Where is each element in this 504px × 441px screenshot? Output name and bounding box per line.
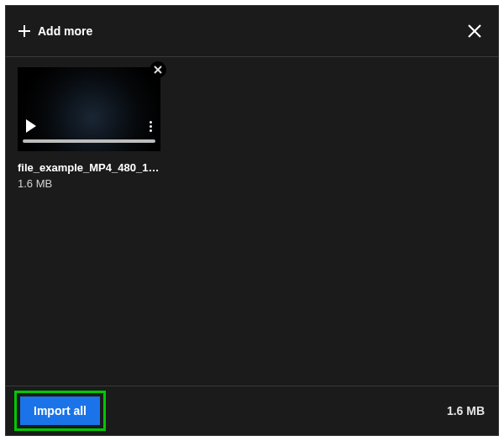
file-size-label: 1.6 MB <box>18 177 160 190</box>
import-highlight: Import all <box>14 391 106 431</box>
remove-file-button[interactable] <box>150 61 166 78</box>
add-more-label: Add more <box>38 24 92 38</box>
close-button[interactable] <box>463 19 486 43</box>
plus-icon <box>18 24 31 38</box>
import-all-button[interactable]: Import all <box>20 396 100 425</box>
play-icon[interactable] <box>26 119 36 133</box>
close-icon <box>466 23 483 39</box>
dialog-header: Add more <box>6 6 498 56</box>
import-dialog: Add more file_example <box>5 5 499 436</box>
progress-bar[interactable] <box>23 139 155 143</box>
more-options-icon[interactable] <box>150 121 152 132</box>
dialog-footer: Import all 1.6 MB <box>6 386 498 435</box>
add-more-button[interactable]: Add more <box>18 24 92 38</box>
file-name-label: file_example_MP4_480_1… <box>18 161 160 174</box>
total-size-label: 1.6 MB <box>447 404 485 417</box>
file-list: file_example_MP4_480_1… 1.6 MB <box>6 57 498 386</box>
file-card: file_example_MP4_480_1… 1.6 MB <box>18 67 160 190</box>
thumbnail-image <box>18 67 160 151</box>
video-thumbnail[interactable] <box>18 67 160 151</box>
player-controls <box>23 118 155 134</box>
close-icon <box>154 66 162 74</box>
